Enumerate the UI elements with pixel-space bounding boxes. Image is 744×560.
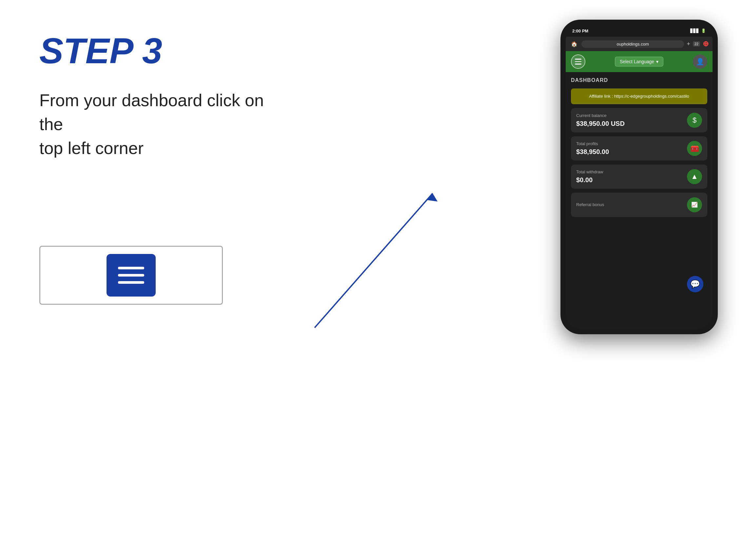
browser-url-bar[interactable]: oupholdings.com bbox=[582, 40, 684, 48]
browser-tab-count[interactable]: 22 bbox=[693, 41, 700, 46]
select-language-button[interactable]: Select Language ▾ bbox=[615, 57, 663, 67]
select-language-label: Select Language bbox=[620, 59, 654, 64]
signal-icon: ▊▊▊ bbox=[690, 29, 699, 33]
hamburger-line-1 bbox=[575, 59, 582, 60]
status-time: 2:00 PM bbox=[572, 29, 588, 33]
referral-icon: 📈 bbox=[687, 197, 702, 212]
svg-line-0 bbox=[314, 193, 433, 328]
total-profits-value: $38,950.00 bbox=[576, 148, 609, 156]
referral-bonus-card: Referral bonus 📈 bbox=[571, 193, 707, 217]
total-withdraw-card: Total withdraw $0.00 ▲ bbox=[571, 164, 707, 189]
battery-icon: 🔋 bbox=[701, 29, 706, 33]
withdraw-icon: ▲ bbox=[687, 169, 702, 184]
menu-line-3 bbox=[118, 281, 144, 284]
phone-outer: 2:00 PM ▊▊▊ 🔋 🏠 oupholdings.com + 22 ⊕ bbox=[560, 20, 718, 334]
browser-bar: 🏠 oupholdings.com + 22 ⊕ bbox=[566, 37, 712, 51]
step-title: STEP 3 bbox=[39, 33, 269, 69]
step-description: From your dashboard click on thetop left… bbox=[39, 88, 269, 160]
user-icon: 👤 bbox=[696, 58, 704, 66]
menu-icon-button[interactable] bbox=[107, 254, 156, 297]
svg-marker-1 bbox=[426, 193, 438, 201]
referral-bonus-label: Referral bonus bbox=[576, 202, 604, 207]
menu-line-1 bbox=[118, 267, 144, 269]
affiliate-link-text: Affiliate link : https://c-edgegrouphold… bbox=[576, 93, 702, 100]
total-withdraw-value: $0.00 bbox=[576, 176, 603, 184]
total-profits-card: Total profits $38,950.00 🧰 bbox=[571, 136, 707, 160]
nav-bar: Select Language ▾ 👤 bbox=[566, 51, 712, 72]
hamburger-line-3 bbox=[575, 64, 582, 65]
browser-add-button[interactable]: ⊕ bbox=[703, 40, 709, 48]
total-profits-label: Total profits bbox=[576, 141, 609, 146]
current-balance-label: Current balance bbox=[576, 113, 625, 118]
browser-home-button[interactable]: 🏠 bbox=[570, 39, 579, 48]
chat-bubble-button[interactable]: 💬 bbox=[687, 276, 703, 292]
hamburger-line-2 bbox=[575, 61, 582, 62]
balance-icon: $ bbox=[687, 113, 702, 128]
left-section: STEP 3 From your dashboard click on thet… bbox=[39, 33, 269, 199]
current-balance-card: Current balance $38,950.00 USD $ bbox=[571, 108, 707, 133]
phone-mockup: 2:00 PM ▊▊▊ 🔋 🏠 oupholdings.com + 22 ⊕ bbox=[560, 20, 724, 347]
affiliate-link-card[interactable]: Affiliate link : https://c-edgegrouphold… bbox=[571, 88, 707, 104]
status-bar: 2:00 PM ▊▊▊ 🔋 bbox=[566, 25, 712, 37]
menu-line-2 bbox=[118, 274, 144, 276]
hamburger-menu-button[interactable] bbox=[571, 54, 585, 69]
dropdown-arrow-icon: ▾ bbox=[656, 59, 659, 64]
browser-new-tab-icon[interactable]: + bbox=[686, 41, 690, 47]
total-withdraw-label: Total withdraw bbox=[576, 170, 603, 174]
profits-icon: 🧰 bbox=[687, 141, 702, 156]
dashboard-title: DASHBOARD bbox=[571, 77, 707, 83]
user-account-button[interactable]: 👤 bbox=[693, 54, 707, 69]
current-balance-value: $38,950.00 USD bbox=[576, 120, 625, 127]
menu-box-reference bbox=[39, 246, 223, 305]
status-icons: ▊▊▊ 🔋 bbox=[690, 29, 706, 33]
phone-screen: 2:00 PM ▊▊▊ 🔋 🏠 oupholdings.com + 22 ⊕ bbox=[566, 25, 712, 329]
